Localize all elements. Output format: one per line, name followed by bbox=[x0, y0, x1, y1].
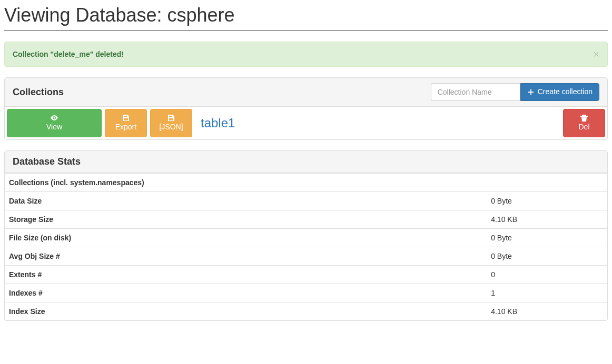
eye-icon bbox=[50, 114, 58, 122]
plus-icon bbox=[527, 88, 535, 96]
stats-tbody: Collections (incl. system.namespaces) Da… bbox=[5, 174, 607, 321]
collections-panel: Collections Create collection View Expor… bbox=[4, 77, 608, 140]
stats-label: Data Size bbox=[5, 192, 487, 210]
stats-value: 0 Byte bbox=[487, 229, 607, 247]
alert-close-button[interactable]: × bbox=[593, 49, 599, 59]
stats-value: 0 bbox=[487, 266, 607, 284]
collection-name-input[interactable] bbox=[431, 83, 520, 101]
stats-row: File Size (on disk)0 Byte bbox=[5, 229, 607, 247]
collection-row: View Export [JSON] table1 Del bbox=[5, 107, 607, 139]
stats-table: Collections (incl. system.namespaces) Da… bbox=[5, 173, 607, 320]
page-title: Viewing Database: csphere bbox=[4, 4, 608, 31]
stats-row: Storage Size4.10 KB bbox=[5, 210, 607, 229]
save-icon bbox=[167, 114, 175, 122]
stats-label: File Size (on disk) bbox=[5, 229, 487, 247]
alert-text: Collection "delete_me" deleted! bbox=[13, 50, 124, 58]
stats-row: Avg Obj Size #0 Byte bbox=[5, 247, 607, 266]
stats-panel-title: Database Stats bbox=[13, 156, 81, 167]
stats-row: Data Size0 Byte bbox=[5, 192, 607, 210]
stats-value: 4.10 KB bbox=[487, 210, 607, 229]
view-label: View bbox=[46, 122, 62, 133]
alert-success: Collection "delete_me" deleted! × bbox=[4, 42, 608, 67]
export-button[interactable]: Export bbox=[105, 109, 147, 137]
stats-row: Index Size4.10 KB bbox=[5, 302, 607, 321]
stats-panel-heading: Database Stats bbox=[5, 151, 607, 173]
stats-value: 0 Byte bbox=[487, 192, 607, 210]
stats-panel: Database Stats Collections (incl. system… bbox=[4, 150, 608, 321]
stats-value: 1 bbox=[487, 284, 607, 302]
stats-value bbox=[487, 174, 607, 192]
stats-value: 0 Byte bbox=[487, 247, 607, 266]
collections-panel-heading: Collections Create collection bbox=[5, 78, 607, 107]
stats-label: Indexes # bbox=[5, 284, 487, 302]
stats-row: Indexes #1 bbox=[5, 284, 607, 302]
view-button[interactable]: View bbox=[7, 109, 102, 137]
collections-panel-title: Collections bbox=[13, 87, 64, 98]
stats-label: Extents # bbox=[5, 266, 487, 284]
export-label: Export bbox=[115, 122, 136, 133]
stats-row: Extents #0 bbox=[5, 266, 607, 284]
export-json-button[interactable]: [JSON] bbox=[150, 109, 192, 137]
save-icon bbox=[122, 114, 130, 122]
stats-label: Index Size bbox=[5, 302, 487, 321]
create-collection-label: Create collection bbox=[538, 87, 593, 97]
collection-name-link[interactable]: table1 bbox=[195, 109, 560, 137]
delete-button[interactable]: Del bbox=[563, 109, 605, 137]
json-label: [JSON] bbox=[159, 122, 183, 133]
stats-row: Collections (incl. system.namespaces) bbox=[5, 174, 607, 192]
collections-list: View Export [JSON] table1 Del bbox=[5, 107, 607, 139]
trash-icon bbox=[580, 114, 588, 122]
stats-label: Avg Obj Size # bbox=[5, 247, 487, 266]
create-collection-button[interactable]: Create collection bbox=[520, 83, 599, 101]
create-collection-group: Create collection bbox=[431, 83, 599, 101]
stats-value: 4.10 KB bbox=[487, 302, 607, 321]
delete-label: Del bbox=[578, 122, 589, 133]
stats-label: Storage Size bbox=[5, 210, 487, 229]
stats-label: Collections (incl. system.namespaces) bbox=[5, 174, 487, 192]
